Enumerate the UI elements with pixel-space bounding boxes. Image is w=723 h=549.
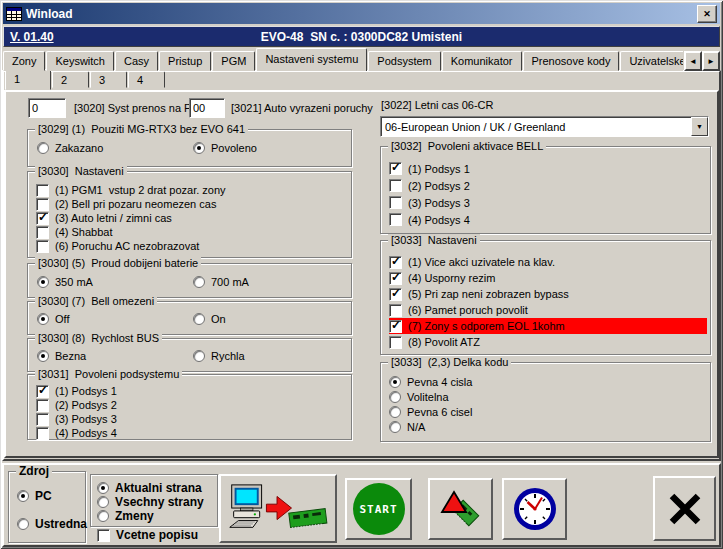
checkbox-row[interactable]: (8) Povolit ATZ [389, 334, 707, 350]
checkbox[interactable] [36, 226, 49, 239]
checkbox-row[interactable]: (1) Podsys 1 [36, 384, 348, 398]
radio-bezna[interactable]: Bezna [37, 350, 86, 362]
checkbox[interactable] [36, 240, 49, 253]
start-button[interactable]: START [345, 478, 412, 540]
tab-nastaveni-systemu[interactable]: Nastaveni systemu [256, 48, 367, 71]
checkbox-row[interactable]: (2) Bell pri pozaru neomezen cas [36, 197, 348, 211]
radio-pevna-4[interactable]: Pevna 4 cisla [389, 374, 707, 389]
checkbox-row-highlighted[interactable]: (7) Zony s odporem EOL 1kohm [389, 318, 707, 334]
radio[interactable] [97, 496, 109, 508]
radio-povoleno[interactable]: Povoleno [193, 142, 257, 154]
subtab-1[interactable]: 1 [5, 69, 51, 90]
checkbox-row[interactable]: (1) PGM1 vstup 2 drat pozar. zony [36, 183, 348, 197]
checkbox-row[interactable]: (5) Pri zap neni zobrazen bypass [389, 286, 707, 302]
radio-zdroj-pc[interactable]: PC [17, 489, 52, 503]
radio-pevna-6[interactable]: Pevna 6 cisel [389, 404, 707, 419]
checkbox[interactable] [389, 162, 402, 175]
radio[interactable] [37, 350, 49, 362]
titlebar-close-button[interactable]: ✕ [697, 5, 717, 23]
radio-aktualni-strana[interactable]: Aktualni strana [97, 481, 214, 495]
radio[interactable] [37, 276, 49, 288]
radio-volitelna[interactable]: Volitelna [389, 389, 707, 404]
checkbox[interactable] [97, 529, 110, 542]
checkbox-row[interactable]: (1) Vice akci uzivatele na klav. [389, 254, 707, 270]
radio[interactable] [193, 276, 205, 288]
tab-zony[interactable]: Zony [3, 51, 45, 71]
checkbox-row[interactable]: (4) Shabbat [36, 225, 348, 239]
radio-vsechny-strany[interactable]: Vsechny strany [97, 495, 214, 509]
version-link[interactable]: V. 01.40 [10, 30, 54, 44]
subtab-2[interactable]: 2 [52, 71, 89, 88]
tab-komunikator[interactable]: Komunikator [442, 51, 522, 71]
checkbox-row[interactable]: (4) Usporny rezim [389, 270, 707, 286]
radio-na[interactable]: N/A [389, 419, 707, 434]
exit-button[interactable] [653, 476, 716, 541]
checkbox-row[interactable]: (2) Podsys 2 [389, 177, 707, 194]
checkbox[interactable] [36, 385, 49, 398]
checkbox[interactable] [389, 304, 402, 317]
checkbox-row[interactable]: (3) Podsys 3 [36, 412, 348, 426]
send-pc-to-panel-button[interactable] [219, 474, 337, 543]
letni-cas-dropdown[interactable]: 06-European Union / UK / Greenland ▼ [380, 116, 709, 137]
radio-700ma[interactable]: 700 mA [193, 276, 249, 288]
checkbox-row[interactable]: (4) Podsys 4 [36, 426, 348, 440]
verify-panel-button[interactable] [428, 478, 493, 540]
tab-casy[interactable]: Casy [115, 51, 158, 71]
radio[interactable] [97, 482, 109, 494]
radio[interactable] [389, 406, 401, 418]
radio-off[interactable]: Off [37, 313, 69, 325]
radio-on[interactable]: On [193, 313, 226, 325]
checkbox-row[interactable]: (3) Auto letni / zimni cas [36, 211, 348, 225]
radio[interactable] [389, 376, 401, 388]
radio-350ma[interactable]: 350 mA [37, 276, 93, 288]
checkbox-row[interactable]: (4) Podsys 4 [389, 211, 707, 228]
checkbox-row[interactable]: (2) Podsys 2 [36, 398, 348, 412]
radio[interactable] [17, 490, 29, 502]
tab-pristup[interactable]: Pristup [159, 51, 211, 71]
checkbox[interactable] [36, 399, 49, 412]
tab-keyswitch[interactable]: Keyswitch [46, 51, 114, 71]
radio[interactable] [97, 510, 109, 522]
radio[interactable] [37, 142, 49, 154]
radio[interactable] [17, 518, 29, 530]
tab-pgm[interactable]: PGM [212, 51, 255, 71]
tab-prenosove-kody[interactable]: Prenosove kody [523, 51, 620, 71]
tab-scroll-left-button[interactable]: ◄ [684, 51, 702, 71]
vcetne-popisu-row[interactable]: Vcetne popisu [97, 528, 198, 542]
checkbox[interactable] [36, 413, 49, 426]
radio[interactable] [193, 142, 205, 154]
tab-scroll-right-button[interactable]: ► [702, 51, 720, 71]
syst-prenos-input[interactable] [28, 98, 66, 118]
checkbox[interactable] [389, 196, 402, 209]
checkbox[interactable] [389, 272, 402, 285]
radio-zdroj-ustredna[interactable]: Ustredna [17, 517, 87, 531]
radio[interactable] [193, 350, 205, 362]
checkbox[interactable] [389, 320, 402, 333]
clock-button[interactable] [502, 478, 567, 540]
subtab-4[interactable]: 4 [128, 71, 165, 88]
radio[interactable] [193, 313, 205, 325]
auto-vyrazeni-input[interactable] [189, 98, 225, 118]
tab-podsystem[interactable]: Podsystem [368, 51, 440, 71]
dropdown-button[interactable]: ▼ [691, 117, 708, 136]
radio-zmeny[interactable]: Zmeny [97, 509, 214, 523]
radio[interactable] [389, 421, 401, 433]
checkbox[interactable] [389, 288, 402, 301]
radio-rychla[interactable]: Rychla [193, 350, 245, 362]
checkbox-row[interactable]: (6) Poruchu AC nezobrazovat [36, 239, 348, 253]
checkbox-row[interactable]: (3) Podsys 3 [389, 194, 707, 211]
checkbox-row[interactable]: (6) Pamet poruch povolit [389, 302, 707, 318]
checkbox[interactable] [389, 256, 402, 269]
checkbox[interactable] [389, 179, 402, 192]
checkbox[interactable] [389, 336, 402, 349]
radio[interactable] [37, 313, 49, 325]
checkbox[interactable] [389, 213, 402, 226]
checkbox[interactable] [36, 212, 49, 225]
radio[interactable] [389, 391, 401, 403]
checkbox[interactable] [36, 184, 49, 197]
subtab-3[interactable]: 3 [90, 71, 127, 88]
checkbox[interactable] [36, 427, 49, 440]
checkbox-row[interactable]: (1) Podsys 1 [389, 160, 707, 177]
radio-zakazano[interactable]: Zakazano [37, 142, 103, 154]
tab-uzivatelske-kody[interactable]: Uzivatelske kody [620, 51, 683, 71]
